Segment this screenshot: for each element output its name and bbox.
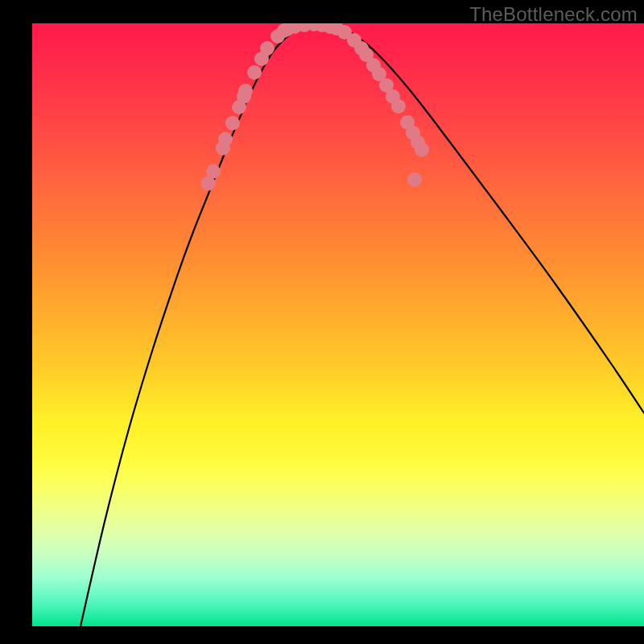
data-point	[260, 41, 275, 56]
data-point	[225, 116, 240, 130]
data-point	[407, 172, 422, 187]
plot-area	[32, 23, 644, 626]
bottleneck-curve	[80, 24, 644, 626]
chart-frame: TheBottleneck.com	[0, 0, 644, 644]
watermark-label: TheBottleneck.com	[469, 3, 638, 26]
data-point	[206, 164, 221, 179]
curve-svg	[32, 23, 644, 626]
data-point-markers	[201, 23, 429, 191]
data-point	[247, 65, 262, 80]
data-point	[415, 142, 429, 157]
data-point	[391, 99, 406, 114]
data-point	[238, 84, 253, 98]
data-point	[218, 132, 233, 147]
